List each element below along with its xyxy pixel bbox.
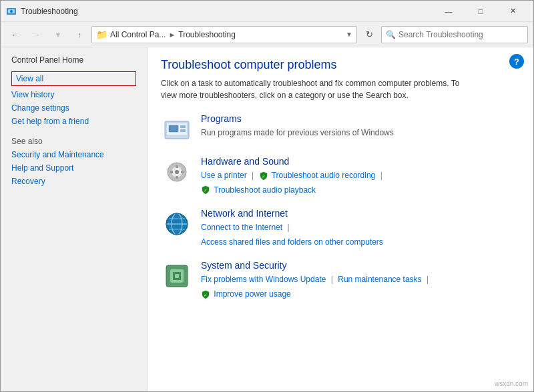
breadcrumb-dropdown-icon[interactable]: ▼ bbox=[346, 31, 352, 38]
system-links: Fix problems with Windows Update | Run m… bbox=[201, 273, 520, 301]
maximize-button[interactable]: □ bbox=[465, 1, 496, 22]
hardware-title[interactable]: Hardware and Sound bbox=[201, 156, 520, 167]
title-bar-icon bbox=[6, 6, 17, 17]
breadcrumb-folder-icon: 📁 bbox=[96, 29, 107, 40]
watermark: wsxdn.com bbox=[495, 380, 528, 387]
title-bar: Troubleshooting — □ ✕ bbox=[1, 1, 533, 22]
shield-icon-power: ✓ bbox=[201, 290, 210, 299]
sidebar-home[interactable]: Control Panel Home bbox=[11, 55, 136, 65]
link-troubleshoot-audio-playback[interactable]: Troubleshoot audio playback bbox=[214, 185, 316, 195]
link-windows-update[interactable]: Fix problems with Windows Update bbox=[201, 275, 326, 284]
category-programs: Programs Run programs made for previous … bbox=[161, 113, 520, 145]
svg-rect-7 bbox=[180, 125, 186, 128]
svg-rect-5 bbox=[169, 125, 178, 132]
sidebar-link-view-all[interactable]: View all bbox=[11, 71, 136, 86]
search-input[interactable] bbox=[398, 30, 523, 39]
sidebar: Control Panel Home View all View history… bbox=[1, 47, 148, 391]
window: Troubleshooting — □ ✕ ← → ▼ ↑ 📁 All Cont… bbox=[0, 0, 534, 392]
link-shared-files[interactable]: Access shared files and folders on other… bbox=[201, 237, 383, 247]
svg-rect-15 bbox=[176, 176, 178, 179]
network-links: Connect to the Internet | Access shared … bbox=[201, 221, 520, 249]
link-improve-power[interactable]: Improve power usage bbox=[214, 289, 290, 299]
title-bar-title: Troubleshooting bbox=[21, 7, 433, 16]
main-area: Control Panel Home View all View history… bbox=[1, 47, 533, 391]
sidebar-link-get-help[interactable]: Get help from a friend bbox=[11, 117, 136, 126]
breadcrumb-separator: ► bbox=[168, 31, 176, 39]
search-icon: 🔍 bbox=[386, 30, 396, 39]
system-title[interactable]: System and Security bbox=[201, 260, 520, 271]
svg-point-2 bbox=[10, 10, 13, 13]
svg-rect-13 bbox=[181, 171, 184, 173]
up-button[interactable]: ↑ bbox=[70, 26, 89, 43]
content-description: Click on a task to automatically trouble… bbox=[161, 77, 468, 101]
category-network: Network and Internet Connect to the Inte… bbox=[161, 208, 520, 249]
programs-desc: Run programs made for previous versions … bbox=[201, 128, 394, 137]
sidebar-link-security[interactable]: Security and Maintenance bbox=[11, 150, 136, 159]
svg-rect-14 bbox=[176, 165, 178, 168]
help-icon[interactable]: ? bbox=[509, 54, 524, 69]
minimize-button[interactable]: — bbox=[433, 1, 464, 22]
forward-button[interactable]: → bbox=[27, 26, 46, 43]
recent-locations-button[interactable]: ▼ bbox=[49, 26, 67, 43]
system-icon bbox=[161, 260, 193, 292]
svg-text:✓: ✓ bbox=[204, 293, 208, 297]
sidebar-link-help[interactable]: Help and Support bbox=[11, 163, 136, 173]
svg-rect-12 bbox=[170, 171, 173, 173]
close-button[interactable]: ✕ bbox=[497, 1, 528, 22]
address-bar: ← → ▼ ↑ 📁 All Control Pa... ► Troublesho… bbox=[1, 22, 533, 47]
sidebar-link-change-settings[interactable]: Change settings bbox=[11, 103, 136, 113]
sidebar-link-recovery[interactable]: Recovery bbox=[11, 177, 136, 186]
breadcrumb[interactable]: 📁 All Control Pa... ► Troubleshooting ▼ bbox=[91, 26, 357, 43]
network-content: Network and Internet Connect to the Inte… bbox=[201, 208, 520, 249]
hardware-content: Hardware and Sound Use a printer | ✓ Tro… bbox=[201, 156, 520, 197]
link-troubleshoot-audio-recording[interactable]: Troubleshoot audio recording bbox=[272, 171, 376, 180]
link-maintenance-tasks[interactable]: Run maintenance tasks bbox=[338, 275, 421, 284]
system-content: System and Security Fix problems with Wi… bbox=[201, 260, 520, 301]
content-panel: ? Troubleshoot computer problems Click o… bbox=[148, 47, 533, 391]
svg-point-11 bbox=[175, 170, 179, 174]
title-bar-controls: — □ ✕ bbox=[433, 1, 528, 22]
category-hardware: Hardware and Sound Use a printer | ✓ Tro… bbox=[161, 156, 520, 197]
link-connect-internet[interactable]: Connect to the Internet bbox=[201, 223, 282, 232]
network-icon bbox=[161, 208, 193, 240]
category-system: System and Security Fix problems with Wi… bbox=[161, 260, 520, 301]
programs-icon bbox=[161, 113, 193, 145]
hardware-links: Use a printer | ✓ Troubleshoot audio rec… bbox=[201, 169, 520, 197]
shield-icon-audio-rec: ✓ bbox=[259, 171, 268, 181]
svg-text:✓: ✓ bbox=[204, 188, 208, 193]
programs-title[interactable]: Programs bbox=[201, 113, 520, 124]
hardware-icon bbox=[161, 156, 193, 188]
back-button[interactable]: ← bbox=[6, 26, 25, 43]
svg-rect-8 bbox=[180, 129, 186, 132]
content-title: Troubleshoot computer problems bbox=[161, 58, 520, 72]
link-use-printer[interactable]: Use a printer bbox=[201, 171, 247, 180]
breadcrumb-folder-name: All Control Pa... bbox=[110, 30, 166, 39]
programs-subtitle: Run programs made for previous versions … bbox=[201, 126, 520, 141]
sidebar-link-view-history[interactable]: View history bbox=[11, 90, 136, 99]
svg-rect-27 bbox=[175, 274, 179, 278]
search-box[interactable]: 🔍 bbox=[381, 26, 528, 43]
see-also-title: See also bbox=[11, 137, 136, 146]
breadcrumb-current: Troubleshooting bbox=[178, 30, 236, 39]
network-title[interactable]: Network and Internet bbox=[201, 208, 520, 219]
sidebar-links: View all View history Change settings Ge… bbox=[11, 71, 136, 126]
programs-content: Programs Run programs made for previous … bbox=[201, 113, 520, 141]
svg-text:✓: ✓ bbox=[262, 174, 266, 179]
shield-icon-audio-play: ✓ bbox=[201, 185, 210, 195]
refresh-button[interactable]: ↻ bbox=[360, 26, 378, 43]
